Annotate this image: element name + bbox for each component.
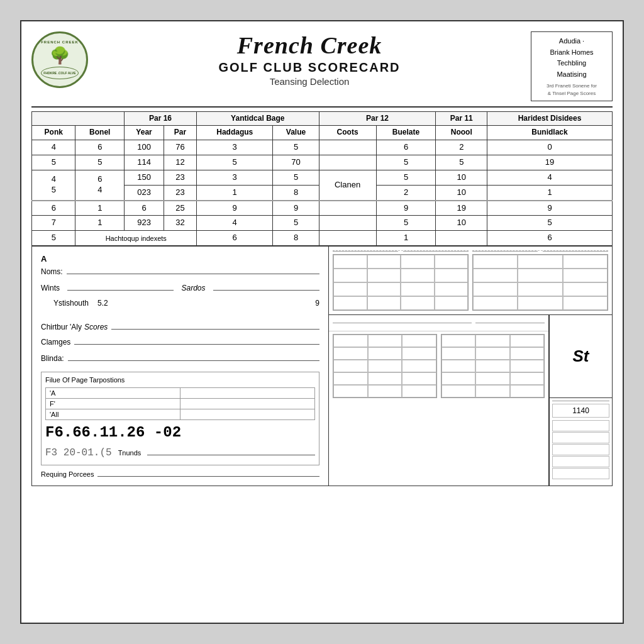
bottom-left: A Noms: Wints Sardos Ystishouth 5.2 9 Ch…	[32, 247, 329, 486]
cell	[436, 231, 487, 246]
info-line-2: Briank Homes	[538, 47, 606, 58]
cell: 10	[436, 185, 487, 200]
cell: 5	[273, 216, 319, 231]
logo-text-top: FRENCH CREEK	[41, 40, 79, 45]
cell: 5	[32, 231, 75, 246]
scorecard: FRENCH CREEK 🌳 FHDKRE .COLF ALVE French …	[20, 20, 624, 624]
st-panel: St 1140	[549, 315, 612, 486]
cell: 12	[164, 155, 197, 170]
lower-left-grid	[333, 334, 437, 398]
chirtbur-line	[111, 329, 319, 330]
cell: 5	[376, 170, 436, 185]
grid-cell	[552, 420, 609, 431]
table-row: 7 1 923 32 4 5 5 10 5	[32, 216, 613, 231]
col-par: Par	[164, 126, 197, 140]
section-header-par16: Par 16	[125, 111, 197, 126]
section-header-haridest: Haridest Disidees	[487, 111, 613, 126]
cell: 5	[32, 155, 75, 170]
col-coots: Coots	[319, 126, 376, 140]
cell: 7	[32, 216, 75, 231]
grid-cell	[510, 360, 545, 372]
grid-cell	[368, 372, 402, 385]
cell: 23	[164, 185, 197, 200]
section-header-yantidcal: Yantidcal Bage	[197, 111, 319, 126]
table-row: 6 1 6 25 9 9 9 19 9	[32, 201, 613, 216]
blinda-row: Blinda:	[41, 354, 319, 363]
grid-cell	[367, 255, 401, 269]
col-value: Value	[273, 126, 319, 140]
header-info-box: Adudia · Briank Homes Techbling Maatisin…	[531, 31, 613, 101]
cell: 4	[197, 216, 273, 231]
cell: 10	[436, 170, 487, 185]
grid-cell	[441, 360, 476, 372]
info-line-3: Techbling	[538, 58, 606, 69]
grid-cell	[435, 255, 469, 269]
st-label-container: St	[550, 315, 612, 398]
grid-cell	[401, 269, 435, 282]
grid-cell	[563, 282, 608, 296]
cell: 5	[487, 216, 613, 231]
cell: 9	[487, 201, 613, 216]
clamges-line	[74, 344, 319, 345]
grid-cell	[473, 255, 518, 269]
lower-right-area: St 1140	[329, 315, 612, 486]
grid-cell	[333, 335, 368, 347]
lower-left-grid-container	[333, 334, 437, 483]
st-label: St	[573, 347, 589, 366]
logo-bottom-text: FHDKRE .COLF ALVE	[41, 67, 79, 79]
grid-cell	[441, 335, 476, 347]
col-bonel: Bonel	[75, 126, 125, 140]
clamges-label: Clamges	[41, 338, 70, 347]
filue-all-val	[180, 409, 315, 420]
cell: 8	[273, 231, 319, 246]
cell: 5	[436, 155, 487, 170]
grid-cell	[475, 347, 510, 360]
section-a-label: A	[41, 254, 319, 264]
grid-cell	[473, 269, 518, 282]
grid-cell	[333, 360, 368, 372]
requing-row: Requing Porcees	[41, 470, 319, 478]
noms-line	[67, 274, 319, 274]
lower-grid-row	[329, 331, 548, 486]
grid-cell	[473, 296, 518, 310]
grid-cell	[563, 255, 608, 269]
medium-number: F3 20-01.(5	[45, 447, 112, 458]
grid-cell	[435, 269, 469, 282]
section-header-par12: Par 12	[319, 111, 436, 126]
grid-cell	[510, 347, 545, 360]
grid-cell	[552, 468, 609, 479]
cell: 9	[197, 201, 273, 216]
noms-label: Noms:	[41, 267, 63, 276]
cell: 6	[75, 140, 125, 155]
value-1140: 1140	[552, 404, 609, 418]
cell: 114	[125, 155, 164, 170]
grid-cell	[518, 255, 562, 269]
clamges-row: Clamges	[41, 338, 319, 347]
grid-cell	[402, 360, 436, 372]
wints-row: Wints Sardos	[41, 284, 319, 292]
medium-number-row: F3 20-01.(5 Tnunds	[45, 445, 315, 461]
cell	[319, 201, 376, 216]
big-number: F6.66.11.26 -02	[45, 424, 315, 441]
col-bunidlack: Bunidlack	[487, 126, 613, 140]
grid-cell	[441, 372, 476, 385]
filue-row: 'A	[46, 388, 315, 399]
grid-cell	[368, 385, 402, 397]
grid-cell	[441, 385, 476, 397]
value-1140-container: 1140	[550, 398, 612, 486]
filue-f: F'	[46, 399, 180, 409]
cell-clanen: Clanen	[319, 170, 376, 200]
col-haddagus: Haddagus	[197, 126, 273, 140]
ystishouth-row: Ystishouth 5.2 9	[41, 299, 319, 308]
filue-f-val	[180, 399, 315, 409]
cell: 3	[197, 170, 273, 185]
cell: 1	[75, 201, 125, 216]
score-table: Par 16 Yantidcal Bage Par 12 Par 11 Hari…	[31, 111, 613, 246]
dash-top	[333, 250, 469, 252]
sardos-line	[213, 290, 319, 291]
grid-cell	[563, 269, 608, 282]
lower-right-grid	[441, 334, 545, 398]
cell: 5	[273, 170, 319, 185]
header-center: French Creek GOLF CLUB SCORECARD Teansin…	[88, 31, 531, 87]
info-small-note: 3rd Franeti Sonene for& Tinsel Page Scor…	[538, 82, 606, 96]
